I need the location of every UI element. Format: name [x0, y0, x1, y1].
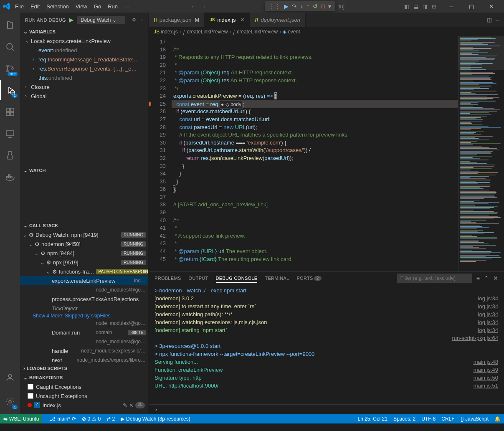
- console-filter-input[interactable]: [397, 274, 472, 283]
- callstack-section-header[interactable]: ⌄CALL STACK: [20, 221, 148, 230]
- extensions-icon[interactable]: [0, 102, 20, 122]
- layout-grid-icon[interactable]: ⊞: [431, 3, 437, 10]
- debug-console[interactable]: > nodemon --watch ./ --exec npm start[no…: [149, 285, 504, 404]
- editor-tab[interactable]: {}deployment.json: [250, 13, 306, 27]
- console-input[interactable]: ›: [149, 404, 504, 414]
- breadcrumb-item[interactable]: ƒcreateLinkPreview: [183, 29, 228, 35]
- minimap[interactable]: [458, 36, 504, 271]
- skipfiles-link[interactable]: Show 4 More: Skipped by skipFiles: [20, 313, 148, 319]
- testing-icon[interactable]: [0, 145, 20, 165]
- variable-row[interactable]: ›req: IncomingMessage {_readableState:…: [20, 55, 148, 64]
- edit-icon[interactable]: ✎: [123, 402, 127, 408]
- breakpoints-header[interactable]: ⌄BREAKPOINTS: [20, 373, 148, 382]
- variables-section-header[interactable]: ⌄VARIABLES: [20, 27, 148, 36]
- editor-tab[interactable]: {}package.jsonM: [149, 13, 205, 27]
- search-icon[interactable]: [0, 37, 20, 57]
- menu-edit[interactable]: Edit: [27, 2, 43, 11]
- thread-row[interactable]: ⌄⚙npm [9484]RUNNING: [20, 248, 148, 258]
- breakpoint-checkbox[interactable]: [34, 402, 40, 408]
- git-branch[interactable]: ⎇main*⟳: [50, 416, 76, 422]
- stack-frame[interactable]: handlenode_modules/express/lib/…: [20, 346, 148, 355]
- encoding[interactable]: UTF-8: [421, 416, 436, 422]
- gear-icon[interactable]: ⚙: [132, 17, 136, 23]
- launch-config-select[interactable]: Debug Watch ⌄: [77, 16, 125, 24]
- watch-section-header[interactable]: ⌄WATCH: [20, 166, 148, 175]
- scope-row[interactable]: ›Global: [20, 91, 148, 101]
- editor-tab[interactable]: JSindex.js✕: [205, 13, 250, 27]
- problems-indicator[interactable]: ⊘ 0⚠ 0: [82, 416, 101, 422]
- menu-go[interactable]: Go: [91, 2, 104, 11]
- panel-tab-debug-console[interactable]: DEBUG CONSOLE: [216, 274, 258, 283]
- stack-frame[interactable]: node_modules/@go…: [20, 337, 148, 346]
- scope-row[interactable]: ›Closure: [20, 82, 148, 91]
- thread-row[interactable]: ⌄⚙functions-fra…PAUSED ON BREAKPOINT: [20, 267, 148, 276]
- menu-selection[interactable]: Selection: [43, 2, 72, 11]
- thread-row[interactable]: ⌄⚙npx [9519]RUNNING: [20, 258, 148, 267]
- menu-run[interactable]: Run: [104, 2, 121, 11]
- settings-icon[interactable]: 1: [0, 392, 20, 412]
- step-into-button[interactable]: ↓: [300, 3, 303, 10]
- menu-view[interactable]: View: [72, 2, 91, 11]
- source-link[interactable]: main.js:49: [474, 366, 498, 374]
- source-link[interactable]: log.js:34: [478, 294, 498, 302]
- variable-row[interactable]: this: undefined: [20, 73, 148, 82]
- source-link[interactable]: main.js:51: [474, 382, 498, 390]
- variable-row[interactable]: event: undefined: [20, 46, 148, 55]
- breadcrumb-item[interactable]: ƒcreateLinkPreview: [233, 29, 278, 35]
- panel-tab-output[interactable]: OUTPUT: [189, 274, 208, 283]
- breadcrumb-item[interactable]: JSindex.js: [154, 29, 178, 35]
- nav-fwd-icon[interactable]: →: [201, 3, 206, 10]
- code-editor[interactable]: /** * Responds to any HTTP request relat…: [172, 36, 458, 271]
- panel-tab-problems[interactable]: PROBLEMS: [154, 274, 181, 283]
- source-link[interactable]: log.js:34: [478, 318, 498, 326]
- stack-frame[interactable]: nextnode_modules/express/lib/ro…: [20, 355, 148, 364]
- restart-button[interactable]: ↺: [313, 3, 318, 10]
- run-debug-icon[interactable]: 1: [0, 80, 20, 100]
- loaded-scripts-header[interactable]: ›LOADED SCRIPTS: [20, 364, 148, 373]
- docker-icon[interactable]: [0, 167, 20, 187]
- source-link[interactable]: log.js:34: [478, 302, 498, 310]
- thread-row[interactable]: ⌄⚙Debug Watch: npm [9419]RUNNING: [20, 230, 148, 239]
- indentation[interactable]: Spaces: 2: [393, 416, 415, 422]
- breakpoint-marker-icon[interactable]: [149, 101, 151, 106]
- breakpoint-checkbox[interactable]: [28, 384, 33, 390]
- language-mode[interactable]: {} JavaScript: [461, 416, 489, 422]
- accounts-icon[interactable]: [0, 368, 20, 388]
- stack-frame[interactable]: exports.createLinkPreviewind…: [20, 276, 148, 285]
- panel-tab-ports[interactable]: PORTS2: [296, 274, 321, 283]
- editor-more-icon[interactable]: ···: [495, 17, 500, 23]
- filter-icon[interactable]: ≡: [476, 275, 480, 281]
- breadcrumb-item[interactable]: ◈event: [283, 29, 300, 35]
- minimize-button[interactable]: ─: [442, 0, 461, 13]
- stack-frame[interactable]: node_modules/@go…: [20, 285, 148, 294]
- nav-back-icon[interactable]: ←: [191, 3, 197, 10]
- breakpoint-checkbox[interactable]: [28, 393, 33, 399]
- stack-frame[interactable]: node_modules/@go…: [20, 319, 148, 328]
- breakpoint-row[interactable]: index.js✎✕25: [20, 401, 148, 410]
- source-link[interactable]: log.js:34: [478, 310, 498, 318]
- panel-tab-terminal[interactable]: TERMINAL: [265, 274, 289, 283]
- more-icon[interactable]: ···: [139, 17, 143, 23]
- breakpoint-row[interactable]: Uncaught Exceptions: [20, 391, 148, 401]
- step-over-button[interactable]: ↷: [292, 3, 297, 10]
- stack-frame[interactable]: TickObject: [20, 304, 148, 313]
- source-link[interactable]: run-script-pkg.js:64: [452, 334, 498, 342]
- debug-dropdown-icon[interactable]: ▾: [328, 3, 331, 10]
- source-link[interactable]: log.js:34: [478, 326, 498, 334]
- cursor-position[interactable]: Ln 25, Col 21: [358, 416, 387, 422]
- stack-frame[interactable]: process.processTicksAndRejections: [20, 294, 148, 304]
- explorer-icon[interactable]: [0, 15, 20, 35]
- debug-drag-icon[interactable]: ⋮⋮: [269, 3, 281, 10]
- layout-left-icon[interactable]: ◧: [403, 3, 410, 10]
- breadcrumbs[interactable]: JSindex.js›ƒcreateLinkPreview›ƒcreateLin…: [149, 27, 504, 36]
- line-gutter[interactable]: 1718192021222324252627282930313233343536…: [149, 36, 172, 271]
- source-link[interactable]: main.js:48: [474, 358, 498, 366]
- layout-right-icon[interactable]: ◨: [422, 3, 428, 10]
- breakpoint-row[interactable]: Caught Exceptions: [20, 382, 148, 391]
- remove-icon[interactable]: ✕: [129, 402, 134, 408]
- panel-maximize-icon[interactable]: ⌃: [484, 275, 489, 281]
- close-tab-icon[interactable]: ✕: [240, 17, 245, 23]
- continue-button[interactable]: ▶: [284, 3, 289, 10]
- menu-···[interactable]: ···: [121, 2, 132, 11]
- split-editor-icon[interactable]: ◫: [487, 17, 492, 23]
